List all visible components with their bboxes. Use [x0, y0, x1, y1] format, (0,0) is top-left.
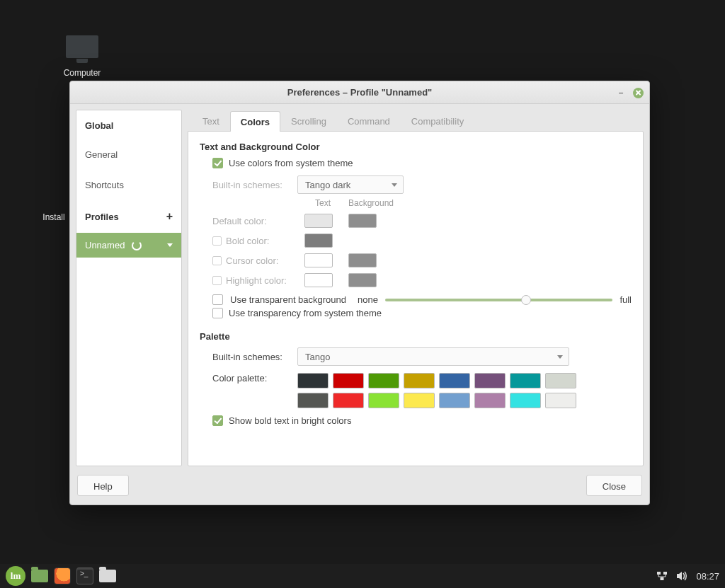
builtin-schemes-value: Tango dark	[305, 180, 350, 190]
cursor-text-color-swatch[interactable]	[304, 253, 333, 267]
monitor-icon	[65, 35, 99, 64]
taskbar: lm 08:27	[0, 564, 725, 588]
tab-text[interactable]: Text	[192, 110, 230, 131]
use-system-theme-label: Use colors from system theme	[229, 158, 353, 168]
palette-swatch-13[interactable]	[474, 393, 506, 408]
cursor-color-checkbox[interactable]	[212, 256, 222, 265]
taskbar-filemanager-button[interactable]	[99, 567, 116, 584]
profile-item-label: Unnamed	[85, 240, 125, 250]
profile-item-unnamed[interactable]: Unnamed	[76, 233, 181, 258]
palette-swatch-11[interactable]	[404, 393, 435, 408]
sidebar-item-general[interactable]: General	[76, 139, 181, 170]
palette-swatch-15[interactable]	[545, 393, 576, 408]
bold-color-swatch[interactable]	[304, 234, 333, 248]
taskbar-firefox-button[interactable]	[54, 567, 71, 584]
desktop-icon-label: Install	[33, 212, 75, 222]
palette-swatch-6[interactable]	[510, 373, 541, 388]
close-button[interactable]: Close	[586, 475, 642, 496]
use-transparent-bg-checkbox[interactable]	[212, 294, 223, 305]
palette-swatch-4[interactable]	[439, 373, 470, 388]
default-bg-color-swatch[interactable]	[348, 214, 377, 228]
bold-color-checkbox[interactable]	[212, 236, 222, 246]
sidebar-profiles-label: Profiles	[85, 212, 119, 222]
add-profile-button[interactable]: +	[166, 210, 173, 223]
chevron-down-icon	[392, 183, 397, 187]
start-menu-button[interactable]: lm	[6, 566, 25, 586]
use-system-theme-checkbox[interactable]	[212, 158, 223, 168]
help-button[interactable]: Help	[77, 475, 129, 496]
palette-builtin-value: Tango	[305, 352, 330, 362]
palette-swatch-3[interactable]	[404, 373, 435, 388]
color-palette-label: Color palette:	[212, 370, 292, 384]
slider-max-label: full	[620, 294, 632, 305]
palette-swatch-5[interactable]	[474, 373, 506, 388]
clock[interactable]: 08:27	[696, 571, 719, 582]
col-header-text: Text	[304, 198, 341, 208]
show-bold-bright-checkbox[interactable]	[212, 415, 223, 426]
tab-compatibility[interactable]: Compatibility	[401, 110, 474, 131]
use-transparent-bg-label: Use transparent background	[230, 294, 346, 305]
col-header-background: Background	[348, 198, 385, 208]
svg-marker-3	[677, 572, 682, 580]
slider-min-label: none	[358, 294, 378, 305]
palette-builtin-select[interactable]: Tango	[297, 347, 569, 366]
use-sys-transparency-checkbox[interactable]	[212, 308, 223, 318]
show-bold-bright-label: Show bold text in bright colors	[229, 415, 351, 426]
minimize-button[interactable]: –	[616, 88, 626, 98]
bold-color-label: Bold color:	[226, 236, 269, 246]
taskbar-terminal-button[interactable]	[76, 567, 93, 584]
svg-rect-0	[657, 572, 661, 575]
use-sys-transparency-label: Use transparency from system theme	[229, 308, 382, 318]
palette-swatch-9[interactable]	[333, 393, 364, 408]
palette-swatch-0[interactable]	[297, 373, 329, 388]
desktop-icon-computer[interactable]: Computer	[54, 35, 110, 78]
preferences-dialog: Preferences – Profile "Unnamed" – Global…	[69, 81, 650, 505]
cursor-color-label: Cursor color:	[226, 255, 278, 266]
chevron-down-icon	[557, 355, 563, 359]
default-text-color-swatch[interactable]	[304, 214, 333, 228]
close-window-button[interactable]	[633, 88, 644, 98]
window-title: Preferences – Profile "Unnamed"	[287, 87, 433, 98]
section-title-palette: Palette	[200, 331, 632, 342]
highlight-color-checkbox[interactable]	[212, 276, 222, 285]
dialog-footer: Help Close	[70, 471, 649, 505]
tab-panel-colors: Text and Background Color Use colors fro…	[188, 131, 644, 466]
sidebar-header-profiles: Profiles +	[76, 200, 181, 233]
highlight-bg-color-swatch[interactable]	[348, 273, 377, 287]
taskbar-files-button[interactable]	[31, 567, 48, 584]
palette-swatch-8[interactable]	[297, 393, 329, 408]
builtin-schemes-select[interactable]: Tango dark	[297, 175, 404, 194]
tab-bar: Text Colors Scrolling Command Compatibil…	[188, 110, 644, 131]
tab-command[interactable]: Command	[337, 110, 401, 131]
transparency-slider[interactable]	[385, 299, 612, 301]
palette-swatch-7[interactable]	[545, 373, 576, 388]
sidebar: Global General Shortcuts Profiles + Unna…	[76, 110, 182, 466]
sidebar-item-shortcuts[interactable]: Shortcuts	[76, 170, 181, 200]
palette-swatch-10[interactable]	[368, 393, 399, 408]
loading-icon	[132, 241, 142, 250]
titlebar[interactable]: Preferences – Profile "Unnamed" –	[70, 81, 649, 104]
svg-rect-1	[663, 572, 667, 575]
tab-colors[interactable]: Colors	[230, 111, 280, 132]
slider-thumb[interactable]	[521, 295, 531, 305]
section-title-text-bg: Text and Background Color	[200, 142, 632, 152]
palette-builtin-label: Built-in schemes:	[212, 352, 292, 362]
sidebar-header-global: Global	[76, 110, 181, 139]
tab-scrolling[interactable]: Scrolling	[280, 110, 337, 131]
chevron-down-icon[interactable]	[167, 243, 173, 247]
builtin-schemes-label: Built-in schemes:	[212, 180, 292, 190]
default-color-label: Default color:	[212, 216, 297, 226]
network-icon[interactable]	[656, 571, 668, 581]
highlight-text-color-swatch[interactable]	[304, 273, 333, 287]
palette-swatch-12[interactable]	[439, 393, 470, 408]
palette-swatch-2[interactable]	[368, 373, 399, 388]
desktop-icon-label: Computer	[54, 68, 110, 78]
cursor-bg-color-swatch[interactable]	[348, 253, 377, 267]
palette-swatch-14[interactable]	[510, 393, 541, 408]
volume-icon[interactable]	[676, 571, 687, 581]
desktop-icon-install[interactable]: Install	[33, 212, 75, 222]
palette-grid	[297, 373, 576, 408]
palette-swatch-1[interactable]	[333, 373, 364, 388]
system-tray: 08:27	[656, 571, 719, 582]
highlight-color-label: Highlight color:	[226, 275, 287, 286]
